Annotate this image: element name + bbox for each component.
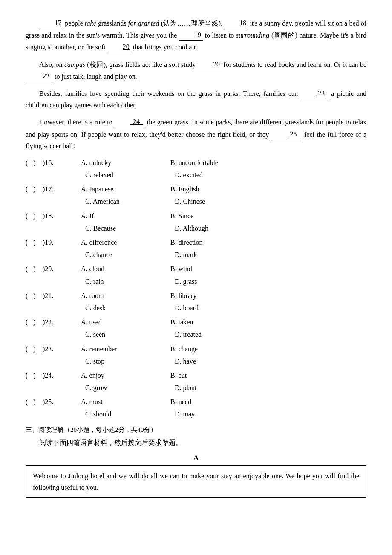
question-19-cd: C. chance D. mark — [26, 249, 366, 260]
text-p2-2: for students to read books and learn on.… — [223, 61, 366, 68]
q16-paren-open: ( — [26, 157, 33, 168]
blank-25: 25 — [271, 128, 302, 140]
question-22-cd: C. seen D. treated — [26, 329, 366, 340]
question-18-ab: ( ) )18. A. If B. Since — [26, 210, 366, 222]
italic-take: take — [85, 20, 96, 27]
q24-b: B. cut — [170, 370, 260, 381]
q17-paren-open: ( — [26, 183, 33, 195]
q22-paren-close: ) — [33, 316, 43, 328]
q18-num: )18. — [43, 210, 81, 222]
q18-paren-open: ( — [26, 210, 33, 222]
question-24: ( ) )24. A. enjoy B. cut C. grow D. plan… — [26, 370, 366, 393]
blank-17: 17 — [39, 17, 63, 29]
q17-b: B. English — [170, 183, 260, 195]
question-24-cd: C. grow D. plant — [26, 382, 366, 393]
q25-c: C. should — [85, 408, 175, 420]
q18-d: D. Although — [175, 223, 264, 234]
q25-paren-open: ( — [26, 396, 33, 408]
question-21-cd: C. desk D. board — [26, 302, 366, 314]
q25-d: D. may — [175, 408, 264, 420]
q19-c: C. chance — [85, 249, 175, 260]
section3-letter: A — [26, 452, 366, 463]
blank-23: 23 — [301, 87, 328, 99]
blank-24: 24 — [114, 116, 145, 128]
q20-paren-close: ) — [33, 263, 43, 275]
q18-paren-close: ) — [33, 210, 43, 222]
question-21-ab: ( ) )21. A. room B. library — [26, 290, 366, 301]
q23-paren-close: ) — [33, 343, 43, 355]
reading-box-a: Welcome to Jiulong hotel and we will do … — [26, 465, 366, 498]
q16-a: A. unlucky — [81, 157, 170, 168]
q19-a: A. difference — [81, 237, 170, 248]
question-18: ( ) )18. A. If B. Since C. Because D. Al… — [26, 210, 366, 234]
italic-surrounding: surrounding — [236, 32, 270, 39]
q25-paren-close: ) — [33, 396, 43, 408]
blank-19: 19 — [179, 29, 203, 41]
paragraph-2: Also, on campus (校园), grass fields act l… — [26, 58, 366, 82]
blank-18: 18 — [224, 17, 248, 29]
q17-num: )17. — [43, 183, 81, 195]
q17-d: D. Chinese — [175, 196, 264, 207]
choices-section: ( ) )16. A. unlucky B. uncomfortable C. … — [26, 157, 366, 420]
question-22: ( ) )22. A. used B. taken C. seen D. tre… — [26, 316, 366, 340]
q21-d: D. board — [175, 302, 264, 314]
paragraph-4: However, there is a rule to 24 the green… — [26, 116, 366, 152]
q24-paren-close: ) — [33, 370, 43, 381]
section3-header: 三、阅读理解（20小题，每小题2分，共40分） — [26, 425, 366, 436]
q19-num: )19. — [43, 237, 81, 248]
question-16-cd: C. relaxed D. excited — [26, 169, 366, 181]
question-22-ab: ( ) )22. A. used B. taken — [26, 316, 366, 328]
q18-b: B. Since — [170, 210, 260, 222]
question-16: ( ) )16. A. unlucky B. uncomfortable C. … — [26, 157, 366, 181]
q22-num: )22. — [43, 316, 81, 328]
q16-d: D. excited — [175, 169, 264, 181]
q20-b: B. wind — [170, 263, 260, 275]
q24-a: A. enjoy — [81, 370, 170, 381]
q20-paren-open: ( — [26, 263, 33, 275]
question-25-ab: ( ) )25. A. must B. need — [26, 396, 366, 408]
q19-paren-close: ) — [33, 237, 43, 248]
question-20: ( ) )20. A. cloud B. wind C. rain D. gra… — [26, 263, 366, 287]
q24-c: C. grow — [85, 382, 175, 393]
q23-a: A. remember — [81, 343, 170, 355]
q22-b: B. taken — [170, 316, 260, 328]
question-24-ab: ( ) )24. A. enjoy B. cut — [26, 370, 366, 381]
q23-num: )23. — [43, 343, 81, 355]
q18-a: A. If — [81, 210, 170, 222]
question-18-cd: C. Because D. Although — [26, 223, 366, 234]
italic-campus: campus — [64, 61, 85, 68]
q19-d: D. mark — [175, 249, 264, 260]
q21-paren-close: ) — [33, 290, 43, 301]
q22-a: A. used — [81, 316, 170, 328]
q19-paren-open: ( — [26, 237, 33, 248]
blank-20: 20 — [107, 41, 131, 53]
q25-num: )25. — [43, 396, 81, 408]
q22-d: D. treated — [175, 329, 264, 340]
paragraph-3: Besides, families love spending their we… — [26, 87, 366, 111]
q25-b: B. need — [170, 396, 260, 408]
q23-c: C. stop — [85, 356, 175, 367]
question-20-ab: ( ) )20. A. cloud B. wind — [26, 263, 366, 275]
q20-num: )20. — [43, 263, 81, 275]
q23-b: B. change — [170, 343, 260, 355]
section3-instruction: 阅读下面四篇语言材料，然后按文后要求做题。 — [26, 437, 366, 448]
q21-paren-open: ( — [26, 290, 33, 301]
q16-paren-close: ) — [33, 157, 43, 168]
question-20-cd: C. rain D. grass — [26, 276, 366, 287]
q21-c: C. desk — [85, 302, 175, 314]
italic-for-granted: for granted — [128, 20, 159, 27]
q18-c: C. Because — [85, 223, 175, 234]
q17-a: A. Japanese — [81, 183, 170, 195]
question-17-ab: ( ) )17. A. Japanese B. English — [26, 183, 366, 195]
question-17-cd: C. American D. Chinese — [26, 196, 366, 207]
q23-paren-open: ( — [26, 343, 33, 355]
text-p4-1: However, there is a rule to — [39, 119, 114, 126]
q17-paren-close: ) — [33, 183, 43, 195]
q16-c: C. relaxed — [85, 169, 175, 181]
q19-b: B. direction — [170, 237, 260, 248]
question-25-cd: C. should D. may — [26, 408, 366, 420]
q24-paren-open: ( — [26, 370, 33, 381]
question-17: ( ) )17. A. Japanese B. English C. Ameri… — [26, 183, 366, 207]
q25-a: A. must — [81, 396, 170, 408]
question-25: ( ) )25. A. must B. need C. should D. ma… — [26, 396, 366, 420]
